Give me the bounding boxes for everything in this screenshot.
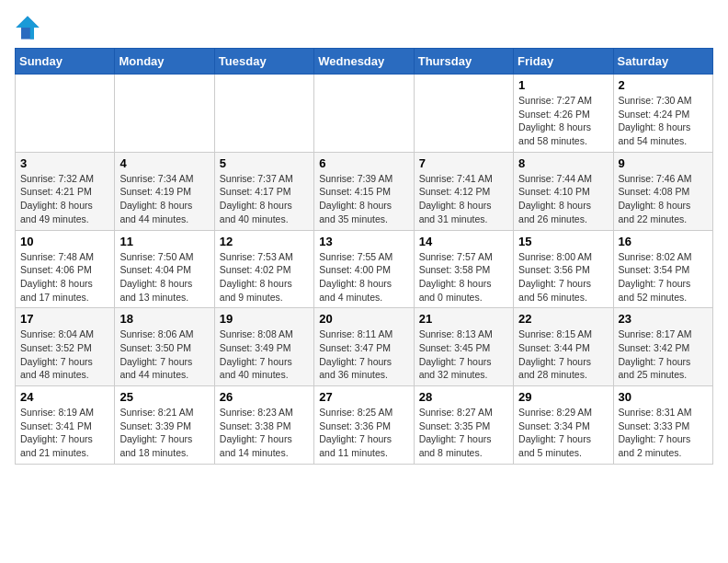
day-number: 3 (20, 156, 109, 170)
day-header-monday: Monday (115, 49, 214, 75)
calendar-week-4: 17Sunrise: 8:04 AM Sunset: 3:52 PM Dayli… (16, 308, 713, 386)
calendar-cell: 5Sunrise: 7:37 AM Sunset: 4:17 PM Daylig… (214, 152, 313, 230)
calendar-cell (414, 75, 513, 153)
calendar-cell: 12Sunrise: 7:53 AM Sunset: 4:02 PM Dayli… (214, 230, 313, 308)
day-info: Sunrise: 8:04 AM Sunset: 3:52 PM Dayligh… (20, 327, 109, 382)
day-info: Sunrise: 8:00 AM Sunset: 3:56 PM Dayligh… (518, 250, 608, 304)
day-number: 15 (518, 235, 608, 248)
day-info: Sunrise: 7:46 AM Sunset: 4:08 PM Dayligh… (619, 172, 708, 226)
day-info: Sunrise: 8:08 AM Sunset: 3:49 PM Dayligh… (220, 327, 309, 382)
day-number: 12 (220, 235, 309, 248)
day-number: 20 (319, 312, 408, 326)
calendar-cell: 17Sunrise: 8:04 AM Sunset: 3:52 PM Dayli… (16, 308, 115, 386)
day-number: 30 (619, 390, 708, 404)
day-header-friday: Friday (514, 49, 613, 75)
day-number: 27 (319, 390, 408, 404)
calendar-cell: 7Sunrise: 7:41 AM Sunset: 4:12 PM Daylig… (414, 152, 513, 230)
day-number: 14 (419, 235, 508, 248)
calendar-cell: 30Sunrise: 8:31 AM Sunset: 3:33 PM Dayli… (613, 386, 712, 465)
day-info: Sunrise: 8:21 AM Sunset: 3:39 PM Dayligh… (119, 406, 209, 460)
calendar-cell: 21Sunrise: 8:13 AM Sunset: 3:45 PM Dayli… (414, 308, 513, 386)
day-number: 9 (619, 156, 708, 170)
day-number: 4 (119, 156, 209, 170)
day-number: 2 (619, 78, 708, 92)
day-info: Sunrise: 8:25 AM Sunset: 3:36 PM Dayligh… (319, 406, 408, 460)
day-info: Sunrise: 7:48 AM Sunset: 4:06 PM Dayligh… (20, 250, 109, 304)
day-info: Sunrise: 8:13 AM Sunset: 3:45 PM Dayligh… (419, 327, 508, 382)
calendar-cell (314, 75, 414, 153)
day-info: Sunrise: 7:41 AM Sunset: 4:12 PM Dayligh… (419, 172, 508, 226)
calendar-cell: 3Sunrise: 7:32 AM Sunset: 4:21 PM Daylig… (16, 152, 115, 230)
day-number: 26 (220, 390, 309, 404)
calendar-cell: 6Sunrise: 7:39 AM Sunset: 4:15 PM Daylig… (314, 152, 414, 230)
calendar-cell: 25Sunrise: 8:21 AM Sunset: 3:39 PM Dayli… (115, 386, 214, 465)
day-number: 6 (319, 156, 408, 170)
day-info: Sunrise: 8:31 AM Sunset: 3:33 PM Dayligh… (619, 406, 708, 460)
calendar-week-3: 10Sunrise: 7:48 AM Sunset: 4:06 PM Dayli… (16, 230, 713, 308)
day-info: Sunrise: 7:55 AM Sunset: 4:00 PM Dayligh… (319, 250, 408, 304)
day-number: 7 (419, 156, 508, 170)
calendar-cell: 26Sunrise: 8:23 AM Sunset: 3:38 PM Dayli… (214, 386, 313, 465)
calendar-cell: 24Sunrise: 8:19 AM Sunset: 3:41 PM Dayli… (16, 386, 115, 465)
day-info: Sunrise: 7:27 AM Sunset: 4:26 PM Dayligh… (518, 94, 608, 148)
calendar-cell: 1Sunrise: 7:27 AM Sunset: 4:26 PM Daylig… (514, 75, 613, 153)
day-number: 8 (518, 156, 608, 170)
day-number: 17 (20, 312, 109, 326)
calendar-cell: 20Sunrise: 8:11 AM Sunset: 3:47 PM Dayli… (314, 308, 414, 386)
day-number: 18 (119, 312, 209, 326)
day-info: Sunrise: 7:53 AM Sunset: 4:02 PM Dayligh… (220, 250, 309, 304)
day-info: Sunrise: 7:57 AM Sunset: 3:58 PM Dayligh… (419, 250, 508, 304)
day-info: Sunrise: 8:29 AM Sunset: 3:34 PM Dayligh… (518, 406, 608, 460)
calendar-cell (16, 75, 115, 153)
day-info: Sunrise: 8:23 AM Sunset: 3:38 PM Dayligh… (220, 406, 309, 460)
day-info: Sunrise: 7:37 AM Sunset: 4:17 PM Dayligh… (220, 172, 309, 226)
day-number: 1 (518, 78, 608, 92)
day-number: 23 (619, 312, 708, 326)
calendar-cell: 14Sunrise: 7:57 AM Sunset: 3:58 PM Dayli… (414, 230, 513, 308)
day-header-wednesday: Wednesday (314, 49, 414, 75)
logo-icon (15, 15, 40, 40)
calendar-cell: 16Sunrise: 8:02 AM Sunset: 3:54 PM Dayli… (613, 230, 712, 308)
day-number: 16 (619, 235, 708, 248)
day-number: 10 (20, 235, 109, 248)
day-info: Sunrise: 8:06 AM Sunset: 3:50 PM Dayligh… (119, 327, 209, 382)
calendar-cell: 2Sunrise: 7:30 AM Sunset: 4:24 PM Daylig… (613, 75, 712, 153)
day-info: Sunrise: 7:30 AM Sunset: 4:24 PM Dayligh… (619, 94, 708, 148)
calendar-week-1: 1Sunrise: 7:27 AM Sunset: 4:26 PM Daylig… (16, 75, 713, 153)
day-info: Sunrise: 8:15 AM Sunset: 3:44 PM Dayligh… (518, 327, 608, 382)
calendar-cell: 27Sunrise: 8:25 AM Sunset: 3:36 PM Dayli… (314, 386, 414, 465)
day-number: 22 (518, 312, 608, 326)
calendar-cell: 28Sunrise: 8:27 AM Sunset: 3:35 PM Dayli… (414, 386, 513, 465)
calendar-cell: 8Sunrise: 7:44 AM Sunset: 4:10 PM Daylig… (514, 152, 613, 230)
calendar-cell: 19Sunrise: 8:08 AM Sunset: 3:49 PM Dayli… (214, 308, 313, 386)
day-info: Sunrise: 7:44 AM Sunset: 4:10 PM Dayligh… (518, 172, 608, 226)
calendar-cell: 22Sunrise: 8:15 AM Sunset: 3:44 PM Dayli… (514, 308, 613, 386)
day-number: 11 (119, 235, 209, 248)
calendar-cell: 10Sunrise: 7:48 AM Sunset: 4:06 PM Dayli… (16, 230, 115, 308)
day-info: Sunrise: 7:39 AM Sunset: 4:15 PM Dayligh… (319, 172, 408, 226)
calendar-cell: 18Sunrise: 8:06 AM Sunset: 3:50 PM Dayli… (115, 308, 214, 386)
day-info: Sunrise: 7:34 AM Sunset: 4:19 PM Dayligh… (119, 172, 209, 226)
calendar-cell (214, 75, 313, 153)
day-info: Sunrise: 8:02 AM Sunset: 3:54 PM Dayligh… (619, 250, 708, 304)
calendar-week-5: 24Sunrise: 8:19 AM Sunset: 3:41 PM Dayli… (16, 386, 713, 465)
day-number: 25 (119, 390, 209, 404)
day-number: 19 (220, 312, 309, 326)
day-info: Sunrise: 7:50 AM Sunset: 4:04 PM Dayligh… (119, 250, 209, 304)
calendar-cell: 29Sunrise: 8:29 AM Sunset: 3:34 PM Dayli… (514, 386, 613, 465)
day-number: 5 (220, 156, 309, 170)
day-header-sunday: Sunday (16, 49, 115, 75)
calendar-cell (115, 75, 214, 153)
day-info: Sunrise: 7:32 AM Sunset: 4:21 PM Dayligh… (20, 172, 109, 226)
day-info: Sunrise: 8:27 AM Sunset: 3:35 PM Dayligh… (419, 406, 508, 460)
calendar-cell: 9Sunrise: 7:46 AM Sunset: 4:08 PM Daylig… (613, 152, 712, 230)
logo (15, 15, 44, 40)
calendar-week-2: 3Sunrise: 7:32 AM Sunset: 4:21 PM Daylig… (16, 152, 713, 230)
day-number: 13 (319, 235, 408, 248)
calendar-cell: 13Sunrise: 7:55 AM Sunset: 4:00 PM Dayli… (314, 230, 414, 308)
calendar-header: SundayMondayTuesdayWednesdayThursdayFrid… (16, 49, 713, 75)
calendar-cell: 11Sunrise: 7:50 AM Sunset: 4:04 PM Dayli… (115, 230, 214, 308)
calendar-cell: 4Sunrise: 7:34 AM Sunset: 4:19 PM Daylig… (115, 152, 214, 230)
page-header (15, 15, 713, 40)
day-header-tuesday: Tuesday (214, 49, 313, 75)
